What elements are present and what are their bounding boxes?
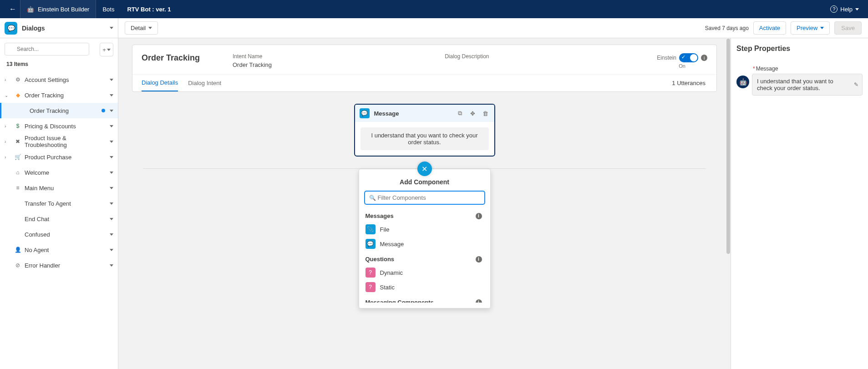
component-item[interactable]: 📎File xyxy=(365,222,482,237)
edit-icon[interactable]: ✎ xyxy=(854,81,858,88)
component-section-header: Questionsi xyxy=(365,256,482,263)
expand-icon[interactable]: › xyxy=(5,155,11,160)
expand-icon[interactable]: ⌄ xyxy=(5,93,11,98)
saved-status: Saved 7 days ago xyxy=(705,25,749,31)
message-step-card[interactable]: 💬 Message ⧉ ✥ 🗑 I understand that you wa… xyxy=(354,104,495,157)
expand-icon[interactable]: › xyxy=(5,139,11,144)
activate-button[interactable]: Activate xyxy=(753,21,786,35)
active-dot-icon xyxy=(102,109,105,112)
preview-button[interactable]: Preview xyxy=(791,21,830,35)
chevron-down-icon[interactable] xyxy=(110,233,113,236)
sidebar: 🔍 + 13 Items ›⚙Account Settings⌄◆Order T… xyxy=(0,38,118,369)
chevron-down-icon[interactable] xyxy=(110,125,113,127)
einstein-label: Einstein xyxy=(657,55,676,61)
sidebar-item[interactable]: 👤No Agent xyxy=(0,242,118,258)
bot-icon: 🤖 xyxy=(27,6,34,13)
delete-icon[interactable]: 🗑 xyxy=(482,110,490,117)
filter-components-input[interactable] xyxy=(365,191,485,204)
info-icon[interactable]: i xyxy=(476,256,482,263)
brand-label: Einstein Bot Builder xyxy=(38,6,89,13)
item-label: Confused xyxy=(25,231,110,238)
message-text-value: I understand that you want to check your… xyxy=(757,78,833,91)
item-count: 13 Items xyxy=(0,56,118,72)
step-properties-panel: Step Properties *Message 🤖 I understand … xyxy=(731,38,868,369)
chevron-down-icon[interactable] xyxy=(110,264,113,267)
subbar: 💬 Dialogs Detail Saved 7 days ago Activa… xyxy=(0,18,868,38)
item-label: Main Menu xyxy=(25,185,110,192)
brand[interactable]: 🤖 Einstein Bot Builder xyxy=(20,0,96,18)
einstein-state: On xyxy=(679,63,685,69)
chevron-down-icon[interactable] xyxy=(110,218,113,220)
tab-dialog-intent[interactable]: Dialog Intent xyxy=(188,75,221,91)
component-item[interactable]: ?Static xyxy=(365,280,482,294)
sidebar-item[interactable]: ›$Pricing & Discounts xyxy=(0,118,118,134)
help-label: Help xyxy=(840,6,853,13)
chevron-down-icon[interactable] xyxy=(110,141,113,143)
chevron-down-icon[interactable] xyxy=(110,94,113,96)
component-item[interactable]: 💬Message xyxy=(365,237,482,251)
info-icon[interactable]: i xyxy=(476,299,482,303)
chevron-down-icon[interactable] xyxy=(110,27,113,29)
component-label: File xyxy=(380,226,390,233)
view-detail-button[interactable]: Detail xyxy=(125,21,158,35)
component-list[interactable]: Messagesi📎File💬MessageQuestionsi?Dynamic… xyxy=(365,208,485,303)
sidebar-item[interactable]: ›✖Product Issue & Troubleshooting xyxy=(0,134,118,149)
sidebar-item[interactable]: End Chat xyxy=(0,211,118,227)
back-button[interactable]: ← xyxy=(5,5,20,13)
sidebar-item[interactable]: ›🛒Product Purchase xyxy=(0,149,118,165)
search-input[interactable] xyxy=(5,43,89,56)
help-menu[interactable]: ? Help xyxy=(827,5,863,13)
expand-icon[interactable]: › xyxy=(5,124,11,129)
item-icon: 👤 xyxy=(14,247,22,253)
search-icon: 🔍 xyxy=(369,195,376,201)
einstein-toggle[interactable]: ✓ xyxy=(679,53,698,62)
message-text-input[interactable]: I understand that you want to check your… xyxy=(752,74,863,96)
chevron-down-icon[interactable] xyxy=(110,110,113,112)
popover-title: Add Component xyxy=(365,178,485,186)
bot-title: RTV Bot : ver. 1 xyxy=(121,6,177,13)
canvas: Order Tracking Intent Name Order Trackin… xyxy=(118,38,731,369)
chevron-down-icon[interactable] xyxy=(110,156,113,158)
help-icon: ? xyxy=(830,5,838,13)
sub-item-label: Order Tracking xyxy=(30,107,102,114)
chevron-down-icon[interactable] xyxy=(110,79,113,81)
expand-icon[interactable]: › xyxy=(5,77,11,82)
sidebar-item[interactable]: ⊘Error Handler xyxy=(0,258,118,273)
item-icon: ✖ xyxy=(14,138,22,145)
sidebar-item[interactable]: ⌂Welcome xyxy=(0,165,118,180)
preview-label: Preview xyxy=(797,25,817,31)
chevron-down-icon[interactable] xyxy=(110,249,113,251)
panel-title: Step Properties xyxy=(736,45,863,53)
item-label: Product Issue & Troubleshooting xyxy=(25,135,110,148)
item-icon: ⊘ xyxy=(14,262,22,268)
bot-avatar-icon: 🤖 xyxy=(736,76,749,88)
dialog-header-card: Order Tracking Intent Name Order Trackin… xyxy=(132,45,717,92)
move-icon[interactable]: ✥ xyxy=(469,110,477,117)
copy-icon[interactable]: ⧉ xyxy=(456,110,464,117)
scrollbar[interactable] xyxy=(726,38,731,369)
chevron-down-icon xyxy=(107,49,111,51)
component-item[interactable]: ?Dynamic xyxy=(365,265,482,280)
chevron-down-icon xyxy=(148,27,152,29)
component-label: Message xyxy=(380,241,404,248)
sidebar-item[interactable]: Transfer To Agent xyxy=(0,196,118,211)
chevron-down-icon[interactable] xyxy=(110,172,113,174)
sidebar-item[interactable]: ›⚙Account Settings xyxy=(0,72,118,87)
sidebar-item[interactable]: ⌄◆Order Tracking xyxy=(0,87,118,103)
close-popover-button[interactable]: ✕ xyxy=(417,162,432,176)
add-dialog-button[interactable]: + xyxy=(100,43,113,56)
info-icon[interactable]: i xyxy=(701,55,707,61)
top-navbar: ← 🤖 Einstein Bot Builder Bots RTV Bot : … xyxy=(0,0,868,18)
item-label: Pricing & Discounts xyxy=(25,123,110,130)
sidebar-sub-item[interactable]: Order Tracking xyxy=(0,103,118,118)
info-icon[interactable]: i xyxy=(476,213,482,219)
item-icon: 🛒 xyxy=(14,154,22,160)
tab-dialog-details[interactable]: Dialog Details xyxy=(142,75,178,91)
intent-value: Order Tracking xyxy=(233,61,445,68)
sidebar-item[interactable]: ≡Main Menu xyxy=(0,180,118,196)
sidebar-item[interactable]: Confused xyxy=(0,227,118,242)
chevron-down-icon[interactable] xyxy=(110,202,113,205)
item-icon: ◆ xyxy=(14,92,22,98)
nav-bots[interactable]: Bots xyxy=(96,0,121,18)
chevron-down-icon[interactable] xyxy=(110,187,113,189)
